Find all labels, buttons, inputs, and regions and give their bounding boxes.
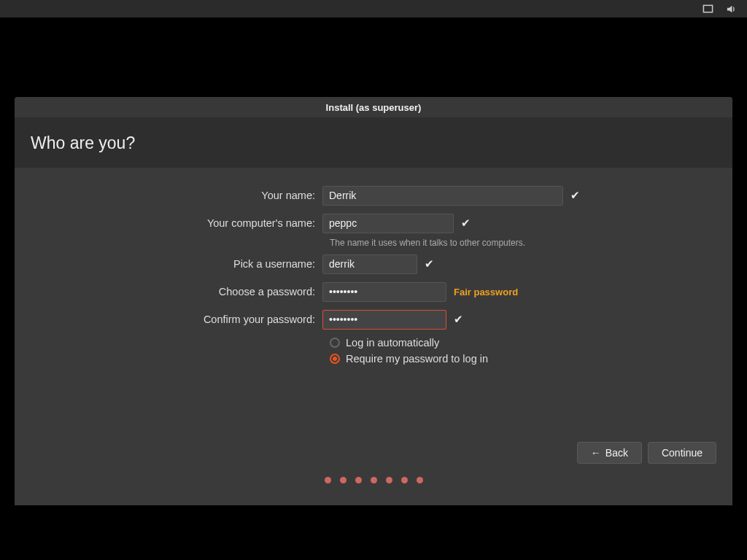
- login-require-password-option[interactable]: Require my password to log in: [330, 353, 716, 365]
- confirm-password-input[interactable]: [322, 310, 446, 330]
- back-button-label: Back: [605, 447, 628, 459]
- progress-dot: [325, 477, 331, 483]
- progress-dot: [401, 477, 408, 483]
- continue-button-label: Continue: [662, 447, 703, 459]
- check-icon: ✔: [461, 217, 471, 230]
- progress-dot: [340, 477, 347, 483]
- check-icon: ✔: [454, 313, 463, 326]
- screen-icon[interactable]: [702, 3, 713, 15]
- back-button[interactable]: ← Back: [577, 442, 642, 464]
- button-row: ← Back Continue: [15, 442, 732, 477]
- page-heading: Who are you?: [31, 133, 716, 153]
- window-titlebar: Install (as superuser): [15, 97, 732, 117]
- svg-rect-0: [703, 5, 712, 12]
- form-area: Your name: ✔ Your computer's name: ✔ The…: [15, 168, 732, 442]
- installer-window: Install (as superuser) Who are you? Your…: [15, 97, 732, 505]
- check-icon: ✔: [570, 189, 580, 202]
- progress-dots: [15, 477, 732, 505]
- password-input[interactable]: [322, 282, 446, 302]
- computer-name-input[interactable]: [322, 214, 454, 233]
- volume-icon[interactable]: [725, 3, 737, 15]
- arrow-left-icon: ←: [591, 447, 601, 459]
- topbar: [0, 0, 747, 18]
- login-require-password-label: Require my password to log in: [346, 353, 488, 365]
- progress-dot: [371, 477, 377, 483]
- progress-dot: [417, 477, 423, 483]
- confirm-password-label: Confirm your password:: [31, 314, 322, 325]
- computer-name-label: Your computer's name:: [31, 217, 322, 229]
- heading-area: Who are you?: [15, 117, 732, 168]
- your-name-label: Your name:: [31, 190, 322, 201]
- progress-dot: [386, 477, 392, 483]
- your-name-input[interactable]: [322, 186, 563, 206]
- check-icon: ✔: [425, 257, 434, 271]
- login-auto-option[interactable]: Log in automatically: [330, 337, 716, 349]
- username-label: Pick a username:: [31, 258, 322, 270]
- computer-name-hint: The name it uses when it talks to other …: [330, 238, 716, 248]
- radio-icon: [330, 338, 340, 348]
- progress-dot: [355, 477, 362, 483]
- password-label: Choose a password:: [31, 286, 322, 298]
- continue-button[interactable]: Continue: [648, 442, 716, 464]
- radio-icon: [330, 354, 340, 364]
- username-input[interactable]: [322, 254, 417, 274]
- password-strength: Fair password: [454, 287, 518, 298]
- window-title: Install (as superuser): [326, 102, 422, 113]
- login-auto-label: Log in automatically: [346, 337, 439, 349]
